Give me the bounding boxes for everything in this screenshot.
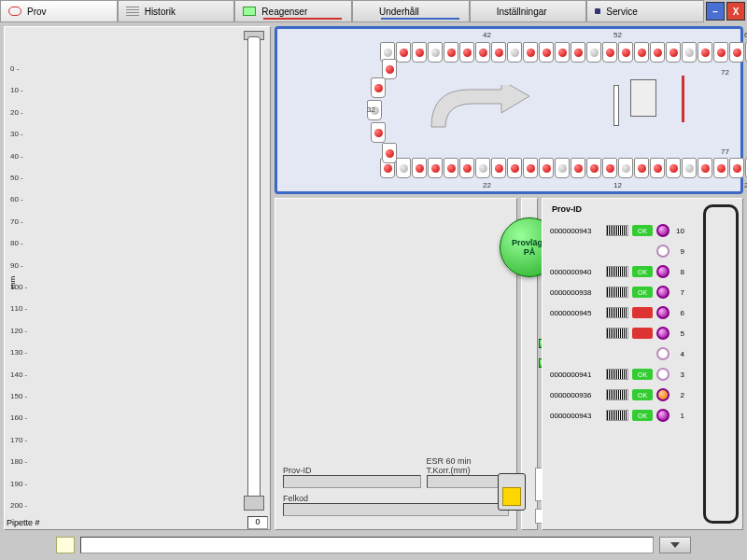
position-indicator-icon [656, 286, 669, 299]
carousel-slot[interactable] [428, 42, 443, 63]
carousel-slot[interactable] [618, 42, 633, 63]
sample-row[interactable]: 9 [544, 242, 740, 260]
sample-id: 0000000940 [550, 268, 602, 276]
carousel-slot[interactable] [507, 42, 522, 63]
track-marker: 77 [721, 147, 729, 156]
carousel-slot[interactable] [412, 158, 427, 178]
carousel-slot[interactable] [523, 158, 538, 178]
carousel-slot[interactable] [555, 158, 570, 178]
carousel-slot[interactable] [571, 158, 585, 178]
tab-reagenser[interactable]: Reagenser [234, 0, 352, 22]
carousel-slot[interactable] [666, 42, 681, 63]
message-dropdown-button[interactable] [659, 537, 691, 553]
carousel-slot[interactable] [698, 42, 712, 63]
prov-id-input[interactable] [283, 475, 421, 488]
carousel-slot[interactable] [382, 143, 397, 163]
sample-row[interactable]: 0000000941OK3 [544, 365, 740, 384]
carousel-slot[interactable] [586, 158, 601, 178]
carousel-slot[interactable] [523, 42, 538, 63]
sample-empty-icon [431, 49, 440, 57]
carousel-slot[interactable] [618, 158, 633, 178]
sample-row[interactable]: 0000000938OK7 [544, 283, 740, 301]
carousel-slot[interactable] [539, 42, 554, 63]
carousel-slot[interactable] [555, 42, 570, 63]
carousel-slot[interactable] [459, 158, 474, 178]
carousel-slot[interactable] [475, 42, 490, 63]
gauge-tick: 50 - [10, 174, 23, 182]
carousel-slot[interactable] [412, 42, 427, 63]
status-badge: OK [632, 225, 653, 236]
position-number: 9 [673, 247, 684, 256]
sample-row[interactable]: 00000009456 [544, 303, 740, 322]
sample-row[interactable]: 0000000940OK8 [544, 262, 740, 281]
carousel-slot[interactable] [602, 42, 617, 63]
carousel-slot[interactable] [396, 158, 411, 178]
sample-present-icon [479, 49, 487, 57]
sample-row[interactable]: 4 [544, 344, 740, 363]
note-icon[interactable] [56, 537, 75, 553]
tab-installningar[interactable]: Inställningar [470, 0, 587, 22]
gauge-tick: 170 - [10, 436, 27, 444]
carousel-slot[interactable] [396, 42, 411, 63]
carousel-slot[interactable] [729, 42, 744, 63]
sample-list: 0000000943OK1090000000940OK80000000938OK… [544, 221, 740, 425]
carousel-slot[interactable] [571, 42, 585, 63]
message-input[interactable] [80, 537, 654, 553]
sample-id: 0000000936 [550, 391, 602, 399]
carousel-slot[interactable] [371, 122, 386, 143]
carousel-slot[interactable] [729, 158, 744, 178]
sample-row[interactable]: 0000000943OK10 [544, 221, 740, 240]
gauge-tick: 110 - [10, 304, 27, 313]
carousel-slot[interactable] [428, 158, 443, 178]
carousel-slot[interactable] [491, 42, 506, 63]
carousel-slot[interactable] [382, 59, 397, 79]
felkod-label: Felkod [283, 494, 509, 503]
position-number: 6 [673, 309, 684, 317]
sample-row[interactable]: 0000000936OK2 [544, 385, 740, 404]
minimize-button[interactable]: – [706, 2, 725, 21]
felkod-input[interactable] [283, 503, 509, 516]
carousel-slot[interactable] [475, 158, 490, 178]
carousel-slot[interactable] [650, 158, 665, 178]
tube-icon [8, 7, 21, 16]
carousel-slot[interactable] [698, 158, 712, 178]
sample-present-icon [733, 49, 741, 57]
carousel-slot[interactable] [650, 42, 665, 63]
tab-historik[interactable]: Historik [118, 0, 235, 22]
tab-prov[interactable]: Prov [0, 0, 118, 22]
carousel-slot[interactable] [602, 158, 617, 178]
carousel-slot[interactable] [634, 158, 649, 178]
carousel-slot[interactable] [444, 158, 458, 178]
sample-row[interactable]: 0000000943OK1 [544, 406, 740, 425]
ruler-icon [613, 85, 619, 126]
carousel-slot[interactable] [444, 42, 458, 63]
tab-underhall[interactable]: Underhåll [352, 0, 470, 22]
carousel-slot[interactable] [682, 158, 697, 178]
carousel-slot[interactable] [371, 77, 386, 98]
barcode-icon [606, 369, 628, 380]
tab-bar: Prov Historik Reagenser Underhåll Instäl… [0, 0, 747, 22]
carousel-slot[interactable] [507, 158, 522, 178]
carousel-slot[interactable] [539, 158, 554, 178]
sample-present-icon [374, 129, 383, 137]
carousel-slot[interactable] [634, 42, 649, 63]
tab-service[interactable]: Service [586, 0, 704, 22]
pipette-number-value: 0 [247, 516, 268, 529]
carousel-slot[interactable] [666, 158, 681, 178]
position-indicator-icon [656, 265, 669, 278]
carousel-slot[interactable] [682, 42, 697, 63]
carousel-slot[interactable] [586, 42, 601, 63]
sample-row[interactable]: 5 [544, 324, 740, 343]
esr-input[interactable] [427, 475, 510, 488]
carousel-slot[interactable] [713, 42, 728, 63]
status-badge: OK [632, 410, 653, 421]
close-button[interactable]: X [726, 2, 745, 21]
carousel-slot[interactable] [459, 42, 474, 63]
gauge-tick: 160 - [10, 413, 27, 422]
carousel-slot[interactable] [491, 158, 506, 178]
carousel-slot[interactable] [713, 158, 728, 178]
sample-present-icon [447, 49, 456, 57]
sample-empty-icon [384, 49, 392, 57]
direction-arrow-icon [427, 85, 529, 132]
sample-present-icon [416, 49, 424, 57]
